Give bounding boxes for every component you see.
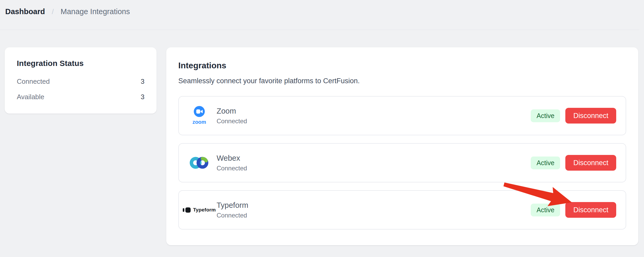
typeform-name-col: Typeform Connected bbox=[217, 201, 248, 219]
active-status-badge: Active bbox=[531, 109, 560, 122]
status-card-rows: Connected 3 Available 3 bbox=[17, 77, 144, 101]
breadcrumb-current-page: Manage Integrations bbox=[61, 7, 130, 16]
breadcrumb: Dashboard / Manage Integrations bbox=[5, 7, 130, 16]
integrations-subtitle: Seamlessly connect your favorite platfor… bbox=[178, 76, 626, 86]
typeform-disconnect-button[interactable]: Disconnect bbox=[565, 202, 616, 218]
status-row-available: Available 3 bbox=[17, 93, 144, 101]
integrations-title: Integrations bbox=[178, 60, 626, 71]
webex-disconnect-button[interactable]: Disconnect bbox=[565, 155, 616, 171]
webex-name-col: Webex Connected bbox=[217, 154, 247, 172]
connected-count: 3 bbox=[141, 77, 144, 86]
header-divider bbox=[0, 30, 639, 30]
integration-name: Webex bbox=[217, 154, 247, 163]
svg-text:zoom: zoom bbox=[192, 119, 206, 125]
breadcrumb-separator: / bbox=[52, 7, 54, 16]
integration-status: Connected bbox=[217, 165, 247, 172]
integration-status: Connected bbox=[217, 118, 247, 125]
breadcrumb-dashboard-link[interactable]: Dashboard bbox=[5, 7, 45, 16]
typeform-actions: Active Disconnect bbox=[531, 202, 616, 218]
zoom-logo-icon: zoom bbox=[189, 105, 210, 126]
integration-name: Typeform bbox=[217, 201, 248, 210]
integration-name: Zoom bbox=[217, 107, 247, 115]
zoom-name-col: Zoom Connected bbox=[217, 107, 247, 125]
connected-label: Connected bbox=[17, 77, 50, 86]
status-card-title: Integration Status bbox=[17, 58, 144, 68]
integration-list: zoom Zoom Connected Active Disconnect bbox=[178, 96, 626, 230]
zoom-disconnect-button[interactable]: Disconnect bbox=[565, 108, 616, 124]
integration-status: Connected bbox=[217, 212, 248, 219]
active-status-badge: Active bbox=[531, 157, 560, 169]
zoom-actions: Active Disconnect bbox=[531, 108, 616, 124]
webex-actions: Active Disconnect bbox=[531, 155, 616, 171]
available-count: 3 bbox=[141, 93, 144, 101]
available-label: Available bbox=[17, 93, 44, 101]
integration-row-webex: Webex Connected Active Disconnect bbox=[178, 143, 626, 182]
status-row-connected: Connected 3 bbox=[17, 77, 144, 86]
typeform-wordmark: Typeform bbox=[193, 207, 216, 213]
webex-logo-icon bbox=[189, 155, 210, 171]
integrations-card: Integrations Seamlessly connect your fav… bbox=[166, 47, 638, 245]
active-status-badge: Active bbox=[531, 204, 560, 216]
integration-status-card: Integration Status Connected 3 Available… bbox=[5, 47, 157, 114]
integration-row-typeform: Typeform Typeform Connected Active Disco… bbox=[178, 190, 626, 230]
integration-row-zoom: zoom Zoom Connected Active Disconnect bbox=[178, 96, 626, 135]
typeform-logo-icon: Typeform bbox=[189, 207, 210, 213]
